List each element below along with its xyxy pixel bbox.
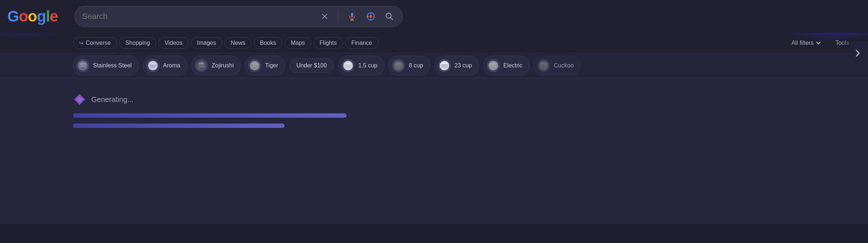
tab-news-label: News: [231, 40, 245, 46]
tab-books-label: Books: [260, 40, 276, 46]
svg-rect-36: [81, 67, 84, 69]
tab-videos[interactable]: Videos: [158, 37, 189, 49]
logo-o1: o: [19, 8, 28, 25]
all-filters-label: All filters: [791, 40, 813, 46]
tab-images[interactable]: Images: [191, 37, 222, 49]
voice-search-button[interactable]: [346, 11, 358, 22]
clear-button[interactable]: [320, 11, 330, 21]
svg-rect-58: [490, 64, 496, 68]
chip-stainless-steel-label: Stainless Steel: [93, 62, 132, 69]
svg-rect-46: [252, 64, 258, 67]
search-input[interactable]: best rice cookers: [82, 12, 320, 21]
tab-news[interactable]: News: [224, 37, 251, 49]
svg-rect-55: [441, 64, 448, 68]
svg-rect-42: [199, 64, 204, 68]
chip-zojirushi-label: Zojirushi: [212, 62, 234, 69]
chips-bar: Stainless Steel Aroma Zojirushi Tiger Un…: [0, 53, 868, 78]
svg-rect-52: [396, 64, 401, 68]
chevron-right-icon: [853, 49, 862, 58]
tab-maps[interactable]: Maps: [285, 37, 311, 49]
svg-point-26: [369, 15, 372, 18]
chip-zojirushi[interactable]: Zojirushi: [192, 56, 240, 75]
header: Google best rice cookers: [0, 0, 868, 33]
content-area: Generating...: [0, 78, 868, 224]
lens-search-button[interactable]: [364, 10, 377, 23]
all-filters-button[interactable]: All filters: [787, 38, 825, 48]
chip-stainless-steel-icon: [76, 59, 89, 72]
chip-tiger-label: Tiger: [265, 62, 278, 69]
chip-1-5-cup[interactable]: 1.5 cup: [338, 56, 384, 75]
tab-shopping[interactable]: Shopping: [119, 37, 156, 49]
generating-header: Generating...: [73, 93, 438, 106]
svg-rect-22: [351, 13, 353, 17]
chip-aroma-label: Aroma: [163, 62, 180, 69]
svg-rect-43: [200, 68, 203, 69]
svg-rect-61: [541, 64, 547, 68]
chip-under-100-label: Under $100: [296, 62, 327, 69]
tab-shopping-label: Shopping: [125, 40, 150, 46]
gemini-icon: [73, 93, 86, 106]
logo-e: e: [50, 8, 58, 25]
logo-l: l: [46, 8, 50, 25]
progress-bar-1: [73, 113, 347, 118]
chip-1-5-cup-icon: [342, 59, 355, 72]
chip-tiger[interactable]: Tiger: [245, 56, 285, 75]
logo-o2: o: [28, 8, 37, 25]
chip-under-100[interactable]: Under $100: [289, 58, 334, 73]
chips-scroll-right[interactable]: [839, 41, 868, 66]
chip-8-cup-label: 8 cup: [409, 62, 423, 69]
tab-flights[interactable]: Flights: [313, 37, 343, 49]
svg-rect-35: [80, 64, 86, 67]
converse-icon: ↪: [79, 40, 84, 46]
google-logo[interactable]: Google: [7, 8, 66, 25]
search-action-icons: [320, 10, 395, 23]
tabs-bar: ↪ Converse Shopping Videos Images News B…: [0, 33, 868, 53]
progress-bar-2: [73, 124, 285, 128]
tab-books[interactable]: Books: [254, 37, 282, 49]
tab-finance-label: Finance: [351, 40, 372, 46]
svg-line-32: [391, 18, 393, 20]
chip-1-5-cup-label: 1.5 cup: [358, 62, 377, 69]
chips-bar-wrapper: Stainless Steel Aroma Zojirushi Tiger Un…: [0, 53, 868, 78]
chip-electric[interactable]: Electric: [483, 56, 529, 75]
chip-aroma-icon: [146, 59, 159, 72]
chip-zojirushi-icon: [195, 59, 208, 72]
tab-flights-label: Flights: [320, 40, 337, 46]
search-submit-button[interactable]: [383, 11, 395, 22]
chip-cuckoo-label: Cuckoo: [554, 62, 574, 69]
chip-23-cup[interactable]: 23 cup: [435, 56, 479, 75]
logo-text: Google: [7, 8, 58, 25]
generating-section: Generating...: [73, 93, 438, 128]
generating-text: Generating...: [91, 95, 134, 104]
chip-23-cup-label: 23 cup: [455, 62, 472, 69]
chip-8-cup-icon: [392, 59, 405, 72]
chip-electric-label: Electric: [504, 62, 522, 69]
progress-bar-2-fill: [73, 124, 285, 128]
progress-bar-1-fill: [73, 113, 347, 118]
tab-videos-label: Videos: [165, 40, 182, 46]
chip-aroma[interactable]: Aroma: [143, 56, 187, 75]
logo-g: G: [7, 8, 19, 25]
chip-tiger-icon: [248, 59, 261, 72]
tab-converse-label: Converse: [86, 40, 111, 46]
chip-electric-icon: [487, 59, 500, 72]
logo-g2: g: [37, 8, 46, 25]
chip-stainless-steel[interactable]: Stainless Steel: [73, 56, 139, 75]
chip-cuckoo[interactable]: Cuckoo: [534, 56, 580, 75]
svg-rect-39: [150, 64, 156, 67]
svg-rect-49: [345, 64, 351, 68]
gemini-diamond-icon: [73, 93, 86, 106]
search-icon-divider: [338, 11, 338, 21]
chip-23-cup-icon: [438, 59, 451, 72]
chevron-down-icon: [816, 40, 821, 46]
progress-bars: [73, 113, 438, 128]
chip-cuckoo-icon: [537, 59, 550, 72]
tab-finance[interactable]: Finance: [345, 37, 378, 49]
tab-maps-label: Maps: [291, 40, 305, 46]
tab-images-label: Images: [197, 40, 216, 46]
chip-8-cup[interactable]: 8 cup: [389, 56, 430, 75]
tab-converse[interactable]: ↪ Converse: [73, 37, 117, 49]
search-bar: best rice cookers: [74, 6, 403, 27]
